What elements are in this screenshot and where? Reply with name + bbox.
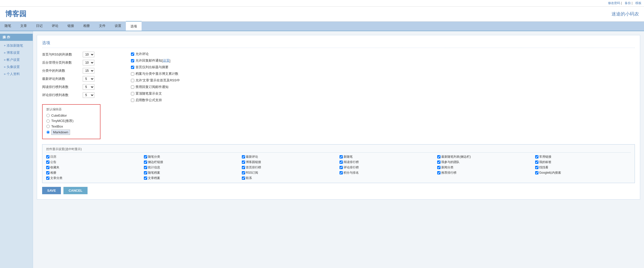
- cb-score-ranking[interactable]: [340, 171, 343, 174]
- site-name: 迷途的小码农: [612, 11, 639, 17]
- link-settings[interactable]: 设置: [163, 58, 170, 63]
- form-row-4: 阅读排行榜列表数 5101520: [42, 84, 123, 90]
- cb-stats[interactable]: [144, 166, 147, 169]
- widget-article-archive: 文章档案: [144, 176, 240, 180]
- cb-new-suibi[interactable]: [340, 155, 343, 158]
- cb-suibi-cat[interactable]: [144, 155, 147, 158]
- widget-article-cat: 文章分类: [46, 176, 142, 180]
- top-bar: 修改密码 | 备份 | 模板: [0, 0, 644, 7]
- nav-item-suibi[interactable]: 随笔: [0, 22, 16, 31]
- nav-item-wenzhang[interactable]: 文章: [16, 22, 31, 31]
- top-bar-backup[interactable]: 备份: [625, 1, 631, 5]
- sidebar-item-profile[interactable]: » 个人资料: [0, 70, 33, 78]
- radio-tinymce-input[interactable]: [46, 119, 50, 123]
- select-latest-comments[interactable]: 5101520: [83, 76, 94, 82]
- sidebar-item-account-settings[interactable]: » 帐户设置: [0, 56, 33, 63]
- form-row-1: 后台管理分页列表数 1051520: [42, 60, 123, 65]
- cb-favorites[interactable]: [46, 166, 49, 169]
- widget-new-suibi: 新随笔: [340, 155, 435, 159]
- widget-homepage-ranking: 首页排行榜: [242, 165, 337, 170]
- cb-pin-full-text[interactable]: [131, 92, 134, 95]
- widget-rili: 日历: [46, 155, 142, 159]
- cb-homepage-title-summary[interactable]: [131, 66, 134, 69]
- checkbox-math-support: 启用数学公式支持: [131, 98, 635, 102]
- form-row-3: 最新评论列表数 5101520: [42, 76, 123, 82]
- cb-recommend-ranking[interactable]: [437, 171, 440, 174]
- cb-google-search[interactable]: [535, 171, 538, 174]
- radio-markdown: Markdown: [46, 130, 96, 135]
- nav-item-riji[interactable]: 日记: [31, 22, 47, 31]
- cb-gonggao[interactable]: [46, 160, 49, 164]
- nav-item-shezhi[interactable]: 设置: [110, 22, 126, 31]
- widget-team: 我参与的团队: [437, 160, 533, 164]
- main-layout: 操 作 + 添加新随笔 » 博客设置 » 帐户设置 » 头像设置 » 个人资料 …: [0, 31, 644, 268]
- top-bar-change-password[interactable]: 修改密码: [608, 1, 620, 5]
- select-homepage-rss[interactable]: 1051520: [83, 52, 94, 57]
- select-read-ranking[interactable]: 5101520: [83, 84, 94, 90]
- cb-article-homepage[interactable]: [131, 79, 134, 82]
- checkbox-article-homepage: 允许'文章'显示在首页及RSS中: [131, 78, 635, 83]
- widget-suibi-archive: 随笔档案: [144, 171, 240, 175]
- cb-contact[interactable]: [242, 176, 245, 180]
- widget-google-search: Google站内搜索: [535, 171, 631, 175]
- select-admin-list[interactable]: 1051520: [83, 60, 94, 65]
- cb-tags[interactable]: [535, 160, 538, 164]
- radio-markdown-input[interactable]: [46, 131, 50, 134]
- widget-latest-comments: 最新评论: [242, 155, 337, 159]
- cb-sidebar-links[interactable]: [144, 160, 147, 164]
- widget-grid: 日历 随笔分类 最新评论 新随笔 最新随笔列表(侧边栏) 常用链接 公告 侧边栏…: [46, 155, 631, 180]
- cb-album[interactable]: [46, 171, 49, 174]
- cb-article-archive[interactable]: [144, 176, 147, 180]
- widget-gonggao: 公告: [46, 160, 142, 164]
- top-bar-template[interactable]: 模板: [635, 1, 641, 5]
- header: 博客园 迷途的小码农: [0, 7, 644, 22]
- cb-latest-suibi-sidebar[interactable]: [437, 155, 440, 158]
- cb-news-cat[interactable]: [437, 166, 440, 169]
- sidebar-item-avatar-settings[interactable]: » 头像设置: [0, 63, 33, 70]
- widget-comment-ranking: 评论排行榜: [340, 165, 435, 170]
- sidebar-item-add[interactable]: + 添加新随笔: [0, 42, 33, 49]
- options-layout: 首页与RSS的列表数 1051520 后台管理分页列表数 1051520 分类中…: [42, 52, 635, 142]
- cb-math-support[interactable]: [131, 99, 134, 102]
- cb-read-ranking[interactable]: [340, 160, 343, 164]
- cb-common-links[interactable]: [535, 155, 538, 158]
- form-row-2: 分类中的列表数 1551020: [42, 68, 123, 74]
- nav-item-pinglun[interactable]: 评论: [47, 22, 63, 31]
- nav-item-xuanxiang[interactable]: 选项: [126, 21, 142, 31]
- form-label-0: 首页与RSS的列表数: [42, 52, 83, 57]
- button-row: SAVE CANCEL: [42, 187, 635, 194]
- cb-homepage-ranking[interactable]: [242, 166, 245, 169]
- cancel-button[interactable]: CANCEL: [63, 187, 87, 194]
- cb-allow-reply-email[interactable]: [131, 59, 134, 62]
- cb-bky-links[interactable]: [242, 160, 245, 164]
- cb-suibi-archive[interactable]: [144, 171, 147, 174]
- cb-article-cat[interactable]: [46, 176, 49, 180]
- nav-item-lianjie[interactable]: 链接: [63, 22, 79, 31]
- nav-item-wenjian[interactable]: 文件: [94, 22, 110, 31]
- widget-recommend-ranking: 推荐排行榜: [437, 171, 533, 175]
- radio-textbox-input[interactable]: [46, 125, 50, 128]
- save-button[interactable]: SAVE: [42, 187, 61, 194]
- cb-comment-ranking[interactable]: [340, 166, 343, 169]
- form-label-1: 后台管理分页列表数: [42, 60, 83, 65]
- sidebar-item-blog-settings[interactable]: » 博客设置: [0, 49, 33, 56]
- cb-rili[interactable]: [46, 155, 49, 158]
- editor-box-title: 默认编辑器: [46, 107, 96, 112]
- cb-allow-comments[interactable]: [131, 52, 134, 56]
- cb-archive-count[interactable]: [131, 72, 134, 76]
- select-category-list[interactable]: 1551020: [83, 68, 94, 74]
- widget-favorites: 收藏夹: [46, 165, 142, 170]
- radio-cute-editor-input[interactable]: [46, 114, 50, 117]
- nav-item-xiangce[interactable]: 相册: [79, 22, 94, 31]
- cb-search[interactable]: [535, 166, 538, 169]
- form-row-5: 评论排行榜列表数 5101520: [42, 92, 123, 98]
- select-comment-ranking[interactable]: 5101520: [83, 92, 94, 98]
- widget-score-ranking: 积分与排名: [340, 171, 435, 175]
- widget-rss: RSS订阅: [242, 171, 337, 175]
- cb-team[interactable]: [437, 160, 440, 164]
- editor-box: 默认编辑器 CuteEditor TinyMCE(推荐) TextBox: [42, 104, 100, 139]
- cb-rss[interactable]: [242, 171, 245, 174]
- cb-disable-reply-sub[interactable]: [131, 85, 134, 89]
- cb-latest-comments[interactable]: [242, 155, 245, 158]
- sidebar-title: 操 作: [0, 34, 33, 41]
